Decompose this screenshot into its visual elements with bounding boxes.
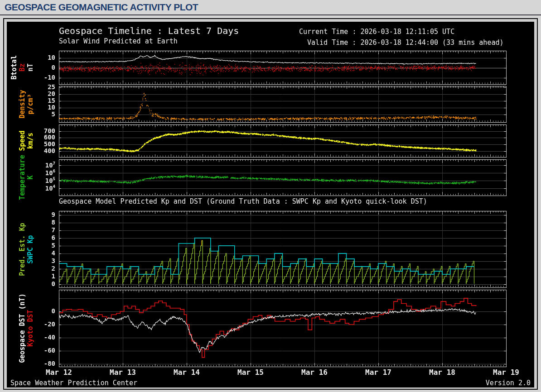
x-axis-date-label: Mar 15 [230,368,271,377]
plot-window: Geospace Timeline : Latest 7 Days Curren… [3,18,538,390]
kp-axis-label: Pred. Est. Kp [18,223,26,276]
den-axis-label: Density [18,90,26,118]
imf-axis-label: Btotal [10,55,18,80]
current-time: Current Time : 2026-03-18 12:11:05 UTC [299,28,454,36]
spd-axis-label: km/s [26,133,34,149]
tmp-ytick-label: 104 [7,184,55,192]
tmp-axis-label: Temperature [18,155,26,200]
footer-version: Version 2.0 [486,379,531,387]
imf-axis-label: nT [26,63,34,72]
kp-ytick-label: 0 [7,280,55,287]
tmp-axis-label: K [26,175,34,179]
dst-ytick-label: -80 [7,360,55,367]
x-axis-date-label: Mar 19 [486,368,527,377]
imf-axis-label: Bz [18,63,26,72]
model-subtitle: Geospace Model Predicted Kp and DST (Gro… [59,197,427,206]
tmp-ytick-label: 107 [7,161,55,169]
kp-ytick-label: 1 [7,272,55,280]
kp-axis-label: SWPC Kp [26,235,34,263]
kp-ytick-label: 8 [7,219,55,226]
header-divider [0,14,541,15]
kp-ytick-label: 9 [7,211,55,218]
x-axis-date-label: Mar 13 [102,368,143,377]
den-ytick-label: 25 [7,83,55,91]
plot-area: Geospace Timeline : Latest 7 Days Curren… [7,22,534,387]
valid-time: Valid Time : 2026-03-18 12:44:00 (33 min… [307,38,503,47]
kp-ytick-label: 2 [7,265,55,272]
x-axis-date-label: Mar 16 [294,368,335,377]
dst-ytick-label: -60 [7,347,55,354]
x-axis-date-label: Mar 17 [358,368,399,377]
page: GEOSPACE GEOMAGNETIC ACTIVITY PLOT Geosp… [0,0,541,392]
page-title: GEOSPACE GEOMAGNETIC ACTIVITY PLOT [5,2,198,13]
spd-axis-label: Speed [18,130,26,151]
x-axis-date-label: Mar 18 [422,368,463,377]
x-axis-date-label: Mar 12 [39,368,79,377]
solar-wind-subtitle: Solar Wind Predicted at Earth [59,37,178,45]
plot-title: Geospace Timeline : Latest 7 Days [59,25,239,36]
footer-org: Space Weather Prediction Center [10,379,137,387]
dst-axis-label: Kyoto DST [26,310,34,346]
x-axis-date-label: Mar 14 [166,368,207,377]
kp-ytick-label: 7 [7,226,55,234]
den-axis-label: p/cm³ [26,94,34,114]
dst-axis-label: Geospace DST (nT) [18,293,26,363]
